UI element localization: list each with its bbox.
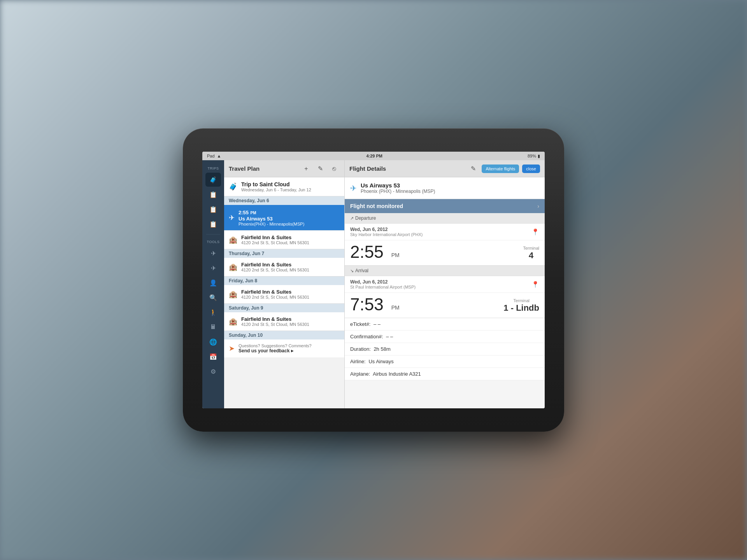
eticket-value: – – <box>374 321 381 327</box>
airline-row: Airline: Us Airways <box>345 355 545 368</box>
sidebar-icon-walk[interactable]: 🚶 <box>205 305 221 319</box>
edit-button[interactable]: ✎ <box>315 163 326 174</box>
hotel-address-sat: 4120 2nd St S, St Cloud, MN 56301 <box>241 322 309 327</box>
duration-row: Duration: 2h 58m <box>345 343 545 355</box>
departure-location-row: Wed, Jun 6, 2012 Sky Harbor Internationa… <box>345 224 545 240</box>
sidebar-icon-list2[interactable]: 📋 <box>205 202 221 216</box>
trip-name: Trip to Saint Cloud <box>241 181 311 187</box>
hotel-address-wed: 4120 2nd St S, St Cloud, MN 56301 <box>241 240 309 245</box>
departure-time: 2:55 <box>350 243 384 261</box>
status-left: Pad ▲ <box>207 154 221 158</box>
day-header-sat: Saturday, Jun 9 <box>224 304 344 312</box>
flight-item-selected[interactable]: ✈ 2:55 PM Us Airways 53 Phoenix(PHX) - M… <box>224 205 344 231</box>
wifi-icon: ▲ <box>217 154 221 158</box>
arrival-section-label: ↘ Arrival <box>345 266 545 276</box>
flight-item-route: Phoenix(PHX) - Minneapolis(MSP) <box>238 222 304 226</box>
sidebar-icon-globe[interactable]: 🌐 <box>205 335 221 349</box>
hotel-icon-thu: 🏨 <box>229 263 237 271</box>
hotel-icon-sat: 🏨 <box>229 317 237 326</box>
sidebar-icon-plane[interactable]: ✈ <box>205 246 221 260</box>
hotel-item-wed[interactable]: 🏨 Fairfield Inn & Suites 4120 2nd St S, … <box>224 231 344 249</box>
hotel-name-wed: Fairfield Inn & Suites <box>241 234 309 240</box>
flight-details-edit-button[interactable]: ✎ <box>468 163 479 174</box>
hotel-item-thu[interactable]: 🏨 Fairfield Inn & Suites 4120 2nd St S, … <box>224 258 344 276</box>
hotel-name-fri: Fairfield Inn & Suites <box>241 289 309 295</box>
add-button[interactable]: + <box>301 163 312 174</box>
hotel-address-thu: 4120 2nd St S, St Cloud, MN 56301 <box>241 268 309 272</box>
flight-item-icon: ✈ <box>229 214 235 222</box>
feedback-text: Questions? Suggestions? Comments? <box>238 343 312 348</box>
status-right: 89% ▮ <box>528 154 540 159</box>
hotel-name-sat: Fairfield Inn & Suites <box>241 316 309 322</box>
close-button[interactable]: close <box>522 164 540 173</box>
confirmation-row: Confirmation#: – – <box>345 331 545 343</box>
duration-label: Duration: <box>350 346 371 352</box>
flight-info-plane-icon: ✈ <box>350 184 357 193</box>
sidebar-icon-calendar[interactable]: 📅 <box>205 350 221 364</box>
flight-airline-name: Us Airways 53 <box>361 182 435 189</box>
sidebar-icon-gear[interactable]: ⚙ <box>205 364 221 378</box>
sidebar-icon-person[interactable]: 👤 <box>205 276 221 290</box>
trip-info: Trip to Saint Cloud Wednesday, Jun 6 - T… <box>241 181 311 192</box>
departure-pin-icon: 📍 <box>531 228 539 236</box>
flight-route: Phoenix (PHX) - Minneapolis (MSP) <box>361 189 435 194</box>
flight-details-header: Flight Details ✎ Alternate flights close <box>345 160 545 177</box>
sidebar-icon-briefcase[interactable]: 🧳 <box>205 173 221 187</box>
airplane-value: Airbus Industrie A321 <box>373 371 421 377</box>
hotel-info-wed: Fairfield Inn & Suites 4120 2nd St S, St… <box>241 234 309 245</box>
hotel-icon-fri: 🏨 <box>229 290 237 299</box>
feedback-link[interactable]: Send us your feedback ▸ <box>238 348 312 354</box>
day-header-wed: Wednesday, Jun 6 <box>224 196 344 205</box>
day-header-fri: Friday, Jun 8 <box>224 276 344 285</box>
app-area: Trips 🧳 📋 📋 📋 Tools ✈ ✈ 👤 🔍 🚶 🖩 🌐 📅 ⚙ <box>202 160 545 408</box>
flight-item-name: Us Airways 53 <box>238 216 304 222</box>
day-header-sun: Sunday, Jun 10 <box>224 331 344 340</box>
hotel-item-fri[interactable]: 🏨 Fairfield Inn & Suites 4120 2nd St S, … <box>224 285 344 304</box>
departure-label: Departure <box>355 215 376 221</box>
departure-time-row: 2:55 PM Terminal 4 <box>345 240 545 266</box>
sidebar-icon-plane2[interactable]: ✈ <box>205 261 221 275</box>
hotel-info-sat: Fairfield Inn & Suites 4120 2nd St S, St… <box>241 316 309 327</box>
airplane-label: Airplane: <box>350 371 370 377</box>
arrival-date: Wed, Jun 6, 2012 <box>350 279 416 285</box>
hotel-address-fri: 4120 2nd St S, St Cloud, MN 56301 <box>241 295 309 299</box>
flight-info-text: Us Airways 53 Phoenix (PHX) - Minneapoli… <box>361 182 435 194</box>
hotel-info-thu: Fairfield Inn & Suites 4120 2nd St S, St… <box>241 262 309 272</box>
arrival-ampm: PM <box>391 304 400 311</box>
flight-item-time: 2:55 PM <box>238 209 304 216</box>
travel-plan-header: Travel Plan + ✎ ⎋ <box>224 160 344 177</box>
flight-info-card: ✈ Us Airways 53 Phoenix (PHX) - Minneapo… <box>345 177 545 199</box>
flight-details-title: Flight Details <box>349 165 465 172</box>
feedback-item[interactable]: ➤ Questions? Suggestions? Comments? Send… <box>224 340 344 357</box>
hotel-name-thu: Fairfield Inn & Suites <box>241 262 309 268</box>
banner-arrow-icon: › <box>537 203 539 209</box>
departure-section-label: ↗ Departure <box>345 213 545 224</box>
not-monitored-banner[interactable]: Flight not monitored › <box>345 199 545 213</box>
feedback-info: Questions? Suggestions? Comments? Send u… <box>238 343 312 354</box>
arrival-terminal-number: 1 - Lindb <box>503 303 539 313</box>
alternate-flights-button[interactable]: Alternate flights <box>482 164 519 173</box>
eticket-row: eTicket#: – – <box>345 318 545 331</box>
hotel-info-fri: Fairfield Inn & Suites 4120 2nd St S, St… <box>241 289 309 299</box>
departure-location-info: Wed, Jun 6, 2012 Sky Harbor Internationa… <box>350 227 423 237</box>
travel-plan-title: Travel Plan <box>229 165 298 172</box>
sidebar-icon-search[interactable]: 🔍 <box>205 290 221 304</box>
departure-terminal-number: 4 <box>523 250 539 261</box>
arrival-terminal-label: Terminal <box>503 298 539 303</box>
share-button[interactable]: ⎋ <box>329 163 340 174</box>
status-time: 4:29 PM <box>366 154 382 158</box>
sidebar-icon-calc[interactable]: 🖩 <box>205 320 221 334</box>
trip-item[interactable]: 🧳 Trip to Saint Cloud Wednesday, Jun 6 -… <box>224 177 344 196</box>
departure-terminal-label: Terminal <box>523 246 539 250</box>
hotel-item-sat[interactable]: 🏨 Fairfield Inn & Suites 4120 2nd St S, … <box>224 312 344 331</box>
departure-date: Wed, Jun 6, 2012 <box>350 227 423 232</box>
ipad-screen: Pad ▲ 4:29 PM 89% ▮ Trips 🧳 📋 📋 📋 Tools … <box>202 152 545 408</box>
arrival-arrow-icon: ↘ <box>350 268 354 273</box>
sidebar-icon-list3[interactable]: 📋 <box>205 217 221 231</box>
day-header-thu: Thursday, Jun 7 <box>224 249 344 258</box>
sidebar-icon-list1[interactable]: 📋 <box>205 187 221 201</box>
arrival-location-info: Wed, Jun 6, 2012 St Paul International A… <box>350 279 416 289</box>
arrival-label: Arrival <box>355 268 368 273</box>
travel-plan-column: Travel Plan + ✎ ⎋ 🧳 Trip to Saint Cloud … <box>224 160 345 408</box>
tools-section-label: Tools <box>207 240 220 244</box>
